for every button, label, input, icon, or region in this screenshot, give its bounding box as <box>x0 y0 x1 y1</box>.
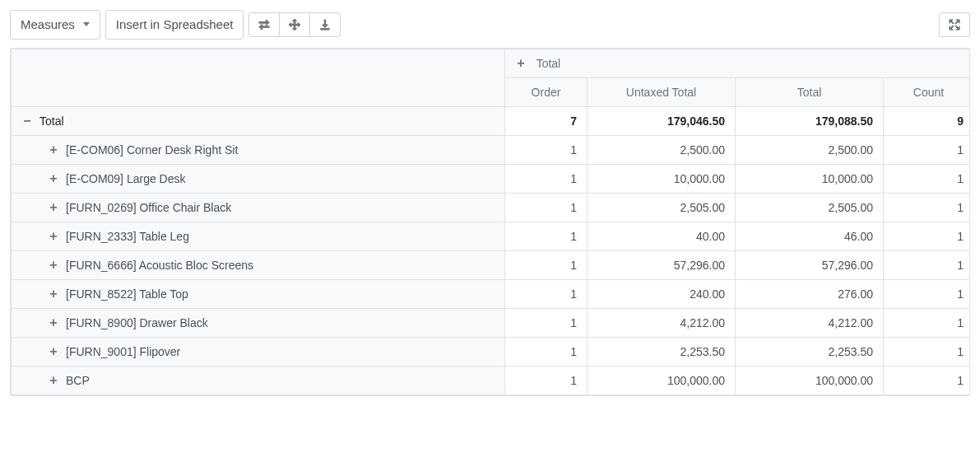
cell-untaxed: 2,500.00 <box>588 135 736 164</box>
cell-count: 1 <box>884 308 971 337</box>
row-header[interactable]: +[FURN_8522] Table Top <box>12 279 505 308</box>
measures-label: Measures <box>21 16 75 33</box>
cell-untaxed: 179,046.50 <box>588 106 736 135</box>
cell-untaxed: 2,505.00 <box>588 193 736 222</box>
row-header[interactable]: +BCP <box>12 366 505 395</box>
plus-icon: + <box>48 173 59 184</box>
plus-icon: + <box>515 58 527 69</box>
insert-spreadsheet-button[interactable]: Insert in Spreadsheet <box>105 10 244 40</box>
cell-order: 1 <box>505 135 588 164</box>
cell-untaxed: 4,212.00 <box>588 308 736 337</box>
caret-down-icon <box>83 22 90 26</box>
cell-untaxed: 57,296.00 <box>588 250 736 279</box>
cell-count: 1 <box>884 337 971 366</box>
download-icon <box>319 19 331 30</box>
row-header[interactable]: +[E-COM09] Large Desk <box>12 164 505 193</box>
row-header[interactable]: +[FURN_0269] Office Chair Black <box>12 193 505 222</box>
fullscreen-button[interactable] <box>939 12 970 37</box>
cell-count: 1 <box>884 222 971 250</box>
row-label: BCP <box>66 374 90 387</box>
plus-icon: + <box>48 202 59 213</box>
row-label: [FURN_9001] Flipover <box>66 345 180 358</box>
arrows-move-icon <box>289 19 300 30</box>
cell-count: 1 <box>884 366 971 395</box>
row-label: [E-COM06] Corner Desk Right Sit <box>66 143 238 156</box>
cell-total: 276.00 <box>736 279 884 308</box>
row-label: [FURN_0269] Office Chair Black <box>66 201 231 214</box>
cell-total: 179,088.50 <box>736 106 884 135</box>
cell-total: 2,500.00 <box>736 135 884 164</box>
download-button[interactable] <box>309 12 341 37</box>
row-header[interactable]: +[FURN_6666] Acoustic Bloc Screens <box>12 250 505 279</box>
cell-order: 7 <box>505 106 588 135</box>
row-header[interactable]: +[FURN_2333] Table Leg <box>12 222 505 250</box>
pivot-table: + Total Order Untaxed Total Total Count … <box>11 49 970 395</box>
exchange-icon <box>258 19 270 30</box>
pivot-action-group <box>248 12 341 37</box>
measures-button[interactable]: Measures <box>10 10 100 40</box>
row-label: [E-COM09] Large Desk <box>66 172 186 185</box>
cell-order: 1 <box>505 279 588 308</box>
cell-count: 1 <box>884 250 971 279</box>
column-group-label: Total <box>536 57 561 70</box>
expand-icon <box>949 19 960 30</box>
row-header[interactable]: +[FURN_8900] Drawer Black <box>12 308 505 337</box>
cell-total: 100,000.00 <box>736 366 884 395</box>
cell-total: 4,212.00 <box>736 308 884 337</box>
cell-count: 1 <box>884 164 971 193</box>
cell-total: 46.00 <box>736 222 884 250</box>
cell-total: 2,505.00 <box>736 193 884 222</box>
cell-order: 1 <box>505 337 588 366</box>
cell-untaxed: 10,000.00 <box>588 164 736 193</box>
minus-icon: − <box>21 115 33 127</box>
col-header-order[interactable]: Order <box>505 77 588 106</box>
plus-icon: + <box>48 144 59 156</box>
col-header-total[interactable]: Total <box>736 77 884 106</box>
insert-spreadsheet-label: Insert in Spreadsheet <box>116 16 234 33</box>
row-header[interactable]: +[E-COM06] Corner Desk Right Sit <box>12 135 505 164</box>
cell-order: 1 <box>505 222 588 250</box>
cell-order: 1 <box>505 164 588 193</box>
plus-icon: + <box>48 288 59 300</box>
cell-untaxed: 40.00 <box>588 222 736 250</box>
plus-icon: + <box>48 346 59 357</box>
row-label: [FURN_8900] Drawer Black <box>66 316 208 329</box>
flip-axis-button[interactable] <box>248 12 280 37</box>
plus-icon: + <box>48 317 59 329</box>
expand-all-button[interactable] <box>279 12 310 37</box>
row-label: [FURN_2333] Table Leg <box>66 230 189 243</box>
cell-total: 10,000.00 <box>736 164 884 193</box>
cell-order: 1 <box>505 250 588 279</box>
cell-order: 1 <box>505 366 588 395</box>
col-header-count[interactable]: Count <box>884 77 971 106</box>
cell-total: 57,296.00 <box>736 250 884 279</box>
cell-count: 9 <box>884 106 971 135</box>
cell-count: 1 <box>884 279 971 308</box>
cell-order: 1 <box>505 193 588 222</box>
cell-untaxed: 2,253.50 <box>588 337 736 366</box>
cell-untaxed: 240.00 <box>588 279 736 308</box>
column-group-total[interactable]: + Total <box>505 49 971 77</box>
cell-count: 1 <box>884 135 971 164</box>
plus-icon: + <box>48 375 59 386</box>
total-row-label: Total <box>39 114 64 128</box>
pivot-corner-cell <box>12 49 505 106</box>
plus-icon: + <box>48 259 59 271</box>
cell-total: 2,253.50 <box>736 337 884 366</box>
pivot-table-container: + Total Order Untaxed Total Total Count … <box>10 48 970 396</box>
cell-count: 1 <box>884 193 971 222</box>
col-header-untaxed[interactable]: Untaxed Total <box>588 77 736 106</box>
cell-order: 1 <box>505 308 588 337</box>
row-label: [FURN_8522] Table Top <box>66 287 188 301</box>
toolbar: Measures Insert in Spreadsheet <box>10 10 970 40</box>
row-group-total[interactable]: − Total <box>12 106 505 135</box>
row-header[interactable]: +[FURN_9001] Flipover <box>12 337 505 366</box>
cell-untaxed: 100,000.00 <box>588 366 736 395</box>
plus-icon: + <box>48 231 59 242</box>
row-label: [FURN_6666] Acoustic Bloc Screens <box>66 259 253 272</box>
